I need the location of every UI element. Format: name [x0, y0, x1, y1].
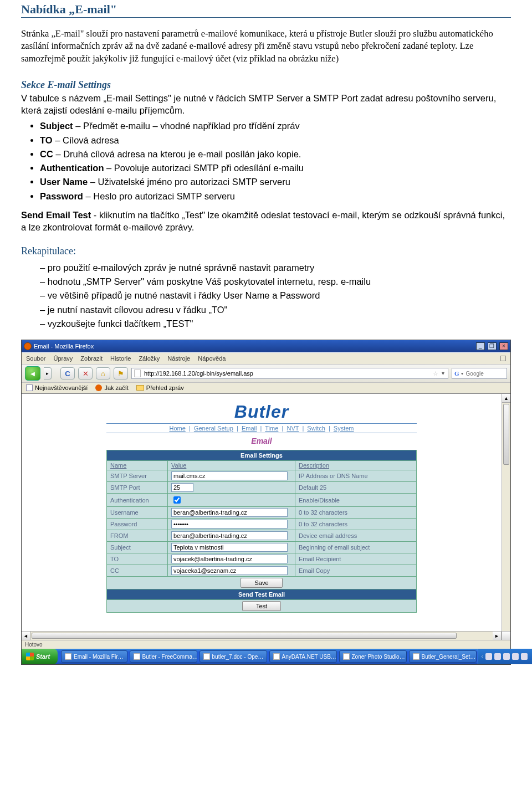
resize-grip-icon[interactable] [502, 632, 510, 640]
menu-edit[interactable]: Úpravy [53, 355, 73, 362]
url-input[interactable] [143, 370, 431, 377]
taskbar-label: Zoner Photo Studio… [352, 654, 405, 660]
app-logo: Butler [106, 402, 417, 422]
horizontal-scrollbar[interactable]: ◄ ► [22, 631, 510, 640]
taskbar-label: AnyDATA.NET USB… [282, 654, 336, 660]
app-icon [65, 653, 71, 660]
url-dropdown-icon[interactable]: ▼ [441, 371, 446, 376]
google-logo-icon: G [454, 370, 459, 377]
reload-button[interactable]: C [60, 367, 75, 379]
row-name: SMTP Server [107, 470, 168, 482]
hscroll-thumb[interactable] [32, 633, 457, 639]
scroll-thumb[interactable] [503, 404, 509, 465]
row-description: Enable/Disable [295, 494, 417, 507]
back-button[interactable]: ◄ [25, 366, 40, 381]
tray-icon[interactable] [494, 653, 501, 660]
nav-home[interactable]: Home [169, 425, 185, 432]
taskbar-button[interactable]: Zoner Photo Studio… [339, 650, 407, 663]
row-description: Default 25 [295, 482, 417, 494]
scroll-right-icon[interactable]: ► [493, 632, 502, 640]
bookmark-news-folder[interactable]: Přehled zpráv [136, 384, 184, 391]
col-description: Description [295, 461, 417, 470]
row-value-cell [168, 470, 295, 482]
search-input[interactable] [465, 370, 532, 377]
row-input[interactable] [171, 555, 288, 563]
bullet-password: Password – Heslo pro autorizaci SMTP ser… [40, 190, 511, 202]
row-input[interactable] [171, 508, 288, 517]
doc-icon [26, 384, 33, 391]
row-input[interactable] [171, 566, 288, 575]
row-input[interactable] [171, 471, 288, 480]
menu-view[interactable]: Zobrazit [80, 355, 103, 362]
bookmark-getting-started[interactable]: Jak začít [95, 384, 128, 391]
bullet-subject: Subject – Předmět e-mailu – vhodné napří… [40, 120, 511, 132]
taskbar-label: Butler_General_Set… [422, 654, 476, 660]
table-title: Email Settings [107, 450, 417, 461]
menu-tools[interactable]: Nástroje [167, 355, 190, 362]
search-bar[interactable]: G ▾ [452, 368, 507, 379]
row-input[interactable] [171, 531, 288, 540]
recap-item: pro použití e-mailových zpráv je nutné s… [40, 261, 511, 274]
test-button[interactable]: Test [242, 601, 281, 611]
window-titlebar[interactable]: Email - Mozilla Firefox _ ❐ × [22, 340, 510, 352]
auth-checkbox[interactable] [173, 496, 181, 504]
favorite-icon[interactable]: ☆ [433, 370, 438, 377]
menu-bookmarks[interactable]: Záložky [139, 355, 160, 362]
tray-icon[interactable] [512, 653, 519, 660]
row-name: Subject [107, 542, 168, 553]
system-tray[interactable]: ‹ 11:26 [478, 649, 532, 664]
scroll-left-icon[interactable]: ◄ [22, 632, 30, 640]
taskbar-button[interactable]: Butler_General_Set… [409, 650, 477, 663]
home-button[interactable]: ⌂ [96, 367, 110, 379]
table-row: CCEmail Copy [107, 565, 417, 577]
section-head-settings: Sekce E-mail Settings [21, 79, 511, 91]
menu-help[interactable]: Nápověda [198, 355, 226, 362]
save-button[interactable]: Save [241, 578, 282, 588]
row-value-cell [168, 494, 295, 507]
nav-switch[interactable]: Switch [307, 425, 325, 432]
forward-button[interactable]: ▸ [44, 367, 52, 379]
settings-field-list: Subject – Předmět e-mailu – vhodné napří… [40, 120, 511, 202]
start-button[interactable]: Start [22, 649, 58, 664]
firefox-small-icon [95, 384, 102, 391]
taskbar-button[interactable]: Butler - FreeComma… [130, 650, 197, 663]
taskbar-button[interactable]: butler_7.doc - Ope… [200, 650, 267, 663]
row-description: 0 to 32 characters [295, 507, 417, 519]
bullet-cc: CC – Druhá cílová adresa na kterou je e-… [40, 148, 511, 160]
nav-toolbar: ◄ ▸ C ✕ ⌂ ⚑ ☆ ▼ G ▾ [22, 365, 510, 383]
nav-time[interactable]: Time [265, 425, 278, 432]
browser-viewport: Butler Home | General Setup | Email | Ti… [22, 393, 510, 640]
row-value-cell [168, 542, 295, 553]
stop-button[interactable]: ✕ [78, 367, 93, 379]
maximize-button[interactable]: ❐ [488, 342, 497, 350]
bookmark-most-visited[interactable]: Nejnavštěvovanější [26, 384, 88, 391]
row-input[interactable] [171, 483, 193, 492]
bookmark-star-button[interactable]: ⚑ [114, 367, 128, 379]
tray-expand-icon[interactable]: ‹ [482, 654, 483, 659]
minimize-button[interactable]: _ [476, 342, 485, 350]
menu-history[interactable]: Historie [110, 355, 131, 362]
tray-icon[interactable] [485, 653, 492, 660]
nav-system[interactable]: System [334, 425, 354, 432]
table-row: SMTP ServerIP Address or DNS Name [107, 470, 417, 482]
row-input[interactable] [171, 520, 288, 529]
tray-icon[interactable] [521, 653, 528, 660]
scroll-up-icon[interactable]: ▲ [502, 394, 510, 403]
nav-general-setup[interactable]: General Setup [194, 425, 233, 432]
row-description: 0 to 32 characters [295, 519, 417, 530]
nav-nvt[interactable]: NVT [287, 425, 299, 432]
tray-icon[interactable] [503, 653, 510, 660]
menu-overflow-icon[interactable] [500, 356, 506, 361]
firefox-icon [24, 342, 32, 350]
app-icon [134, 653, 140, 660]
row-input[interactable] [171, 543, 288, 552]
nav-email[interactable]: Email [242, 425, 257, 432]
url-bar[interactable]: ☆ ▼ [131, 368, 448, 379]
close-button[interactable]: × [499, 342, 508, 350]
menu-file[interactable]: Soubor [26, 355, 45, 362]
taskbar-button[interactable]: Email - Mozilla Fir… [61, 650, 127, 663]
row-description: Beginning of email subject [295, 542, 417, 553]
taskbar-button[interactable]: AnyDATA.NET USB… [269, 650, 337, 663]
table-row: Password0 to 32 characters [107, 519, 417, 530]
vertical-scrollbar[interactable]: ▲ [502, 394, 510, 631]
